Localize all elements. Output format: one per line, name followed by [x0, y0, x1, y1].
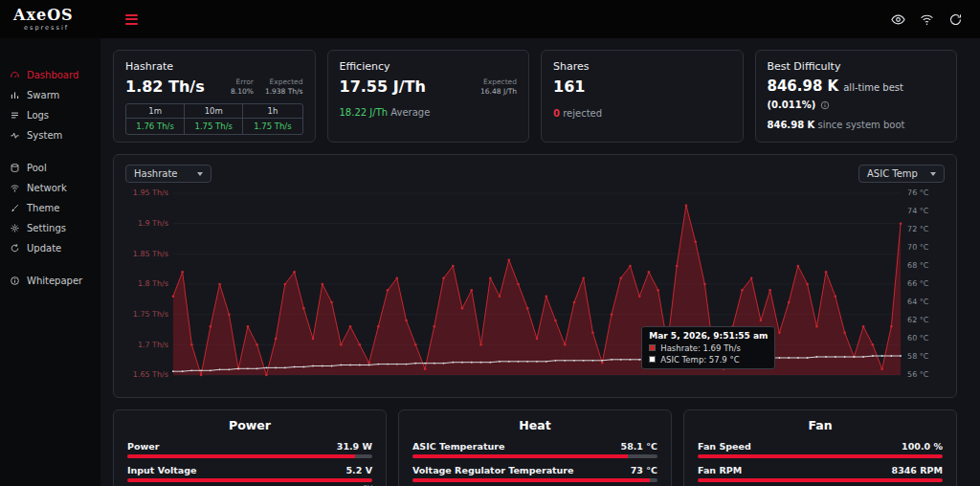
sidebar-item-label: Whitepaper — [27, 276, 82, 286]
hashrate-title: Hashrate — [125, 60, 303, 73]
asic-temperature-meter: ASIC Temperature 58.1 °C — [412, 441, 657, 458]
fan-speed-meter: Fan Speed 100.0 % — [698, 441, 943, 458]
svg-text:56 °C: 56 °C — [907, 370, 929, 379]
svg-text:1.8 Th/s: 1.8 Th/s — [138, 279, 168, 288]
chart-controls: Hashrate ASIC Temp — [125, 165, 945, 183]
progress-track — [412, 454, 657, 458]
fan-panel-title: Fan — [698, 418, 943, 432]
sidebar-item-label: Update — [27, 243, 61, 254]
tooltip-hashrate-text: Hashrate: 1.69 Th/s — [660, 343, 741, 353]
logo-subtitle: espressif — [13, 24, 69, 32]
rejected-label: rejected — [563, 108, 602, 119]
eye-icon[interactable] — [891, 12, 905, 27]
sidebar-item-pool[interactable]: Pool — [0, 158, 100, 178]
sidebar-item-label: Pool — [27, 163, 47, 173]
wifi-icon[interactable] — [920, 12, 934, 27]
svg-text:62 °C: 62 °C — [907, 316, 929, 324]
svg-text:76 °C: 76 °C — [907, 188, 929, 197]
heat-panel-title: Heat — [412, 418, 657, 432]
left-series-select-value: Hashrate — [134, 168, 178, 179]
hashrate-averages-table: 1m 10m 1h 1.76 Th/s 1.75 Th/s 1.75 Th/s — [125, 103, 303, 135]
left-series-select[interactable]: Hashrate — [125, 165, 212, 183]
meter-label: Power — [127, 441, 159, 452]
sidebar-item-whitepaper[interactable]: Whitepaper — [0, 271, 100, 291]
meter-label: Input Voltage — [127, 465, 197, 475]
shares-value: 161 — [553, 77, 731, 96]
meter-value: 8346 RPM — [892, 465, 943, 475]
refresh-icon[interactable] — [948, 12, 963, 27]
sidebar-item-label: Settings — [27, 223, 66, 233]
chart-canvas[interactable]: 1.95 Th/s1.9 Th/s1.85 Th/s1.8 Th/s1.75 T… — [125, 188, 945, 385]
efficiency-average: 18.22 J/Th Average — [340, 107, 518, 118]
sidebar-item-label: Network — [27, 183, 67, 193]
sidebar-item-system[interactable]: System — [0, 125, 100, 145]
sidebar-item-theme[interactable]: Theme — [0, 198, 100, 218]
asic-temp-swatch — [649, 356, 656, 363]
progress-fill — [698, 478, 943, 482]
shares-rejected: 0 rejected — [553, 108, 731, 119]
svg-text:70 °C: 70 °C — [907, 243, 929, 252]
shares-title: Shares — [553, 60, 731, 73]
menu-toggle-icon[interactable] — [125, 14, 138, 25]
avg-value-1h: 1.75 Th/s — [243, 119, 301, 134]
boot-difficulty-value: 846.98 K — [768, 120, 815, 130]
sidebar: Dashboard Swarm Logs System Pool Ne — [0, 38, 100, 486]
brush-icon — [10, 203, 20, 213]
topbar-actions — [891, 12, 980, 27]
svg-text:64 °C: 64 °C — [907, 298, 929, 306]
avg-header-1m: 1m — [126, 104, 185, 119]
best-difficulty-card: Best Difficulty 846.98 K all-time best (… — [755, 50, 958, 143]
right-series-select-value: ASIC Temp — [867, 168, 918, 179]
meter-value: 31.9 W — [337, 441, 372, 452]
svg-text:1.9 Th/s: 1.9 Th/s — [138, 219, 168, 228]
best-difficulty-percent: (0.011%) — [768, 99, 816, 110]
svg-text:68 °C: 68 °C — [907, 261, 929, 270]
chevron-down-icon — [930, 172, 936, 176]
progress-track — [698, 454, 943, 458]
fan-rpm-meter: Fan RPM 8346 RPM — [698, 465, 943, 482]
svg-text:74 °C: 74 °C — [907, 207, 929, 215]
sidebar-item-logs[interactable]: Logs — [0, 105, 100, 125]
chevron-down-icon — [197, 172, 203, 176]
vr-temperature-meter: Voltage Regulator Temperature 73 °C — [412, 465, 657, 482]
svg-text:1.65 Th/s: 1.65 Th/s — [133, 370, 168, 379]
rejected-value: 0 — [553, 108, 560, 119]
sidebar-item-swarm[interactable]: Swarm — [0, 85, 100, 105]
meter-value: 100.0 % — [902, 441, 943, 452]
database-icon — [10, 163, 20, 173]
expected-value: 1.938 Th/s — [265, 87, 303, 96]
boot-difficulty: 846.98 K since system boot — [768, 120, 946, 130]
stat-cards-row: Hashrate 1.82 Th/s Error 8.10% Expected … — [113, 50, 957, 143]
sidebar-item-label: Dashboard — [27, 70, 78, 80]
progress-fill — [412, 454, 628, 458]
hashrate-expected: Expected 1.938 Th/s — [265, 77, 303, 96]
chart-plot-area[interactable]: 1.95 Th/s1.9 Th/s1.85 Th/s1.8 Th/s1.75 T… — [125, 188, 945, 385]
svg-text:1.75 Th/s: 1.75 Th/s — [133, 310, 168, 319]
tooltip-asic-temp-text: ASIC Temp: 57.9 °C — [660, 355, 739, 364]
sidebar-group-docs: Whitepaper — [0, 271, 100, 291]
power-panel: Power Power 31.9 W Input Voltage 5.2 V 5… — [113, 409, 387, 486]
meter-label: Fan RPM — [698, 465, 742, 475]
list-icon — [10, 110, 20, 121]
sidebar-item-settings[interactable]: Settings — [0, 218, 100, 238]
sidebar-item-label: Theme — [27, 203, 60, 213]
heat-panel: Heat ASIC Temperature 58.1 °C Voltage Re… — [398, 409, 672, 486]
progress-track — [698, 478, 943, 482]
sidebar-item-dashboard[interactable]: Dashboard — [0, 65, 100, 85]
svg-text:66 °C: 66 °C — [907, 279, 929, 288]
svg-text:58 °C: 58 °C — [907, 352, 929, 361]
tooltip-row-asic-temp: ASIC Temp: 57.9 °C — [649, 355, 768, 364]
svg-text:1.95 Th/s: 1.95 Th/s — [133, 188, 168, 197]
expected-label: Expected — [265, 77, 303, 86]
right-series-select[interactable]: ASIC Temp — [858, 165, 945, 183]
info-icon — [10, 276, 20, 286]
avg-value-10m: 1.75 Th/s — [185, 119, 243, 134]
input-voltage-meter: Input Voltage 5.2 V 5V — [127, 465, 372, 486]
tooltip-timestamp: Mar 5, 2026, 9:51:55 am — [649, 331, 768, 341]
info-icon[interactable] — [820, 100, 830, 110]
hashrate-value: 1.82 Th/s — [125, 77, 205, 96]
fan-panel: Fan Fan Speed 100.0 % Fan RPM 8346 RPM — [683, 409, 957, 486]
sidebar-item-network[interactable]: Network — [0, 178, 100, 198]
hashrate-card: Hashrate 1.82 Th/s Error 8.10% Expected … — [113, 50, 316, 143]
sidebar-item-update[interactable]: Update — [0, 238, 100, 258]
